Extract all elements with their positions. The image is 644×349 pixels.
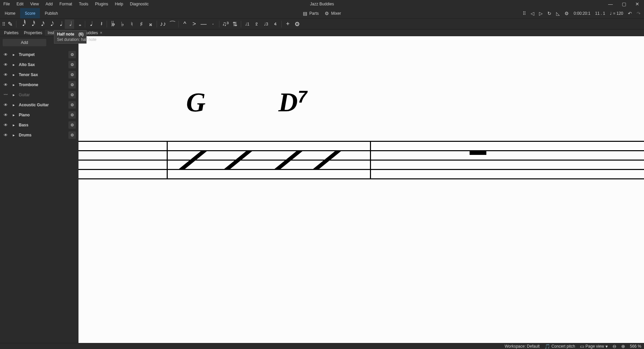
visibility-toggle[interactable]: 👁	[3, 123, 9, 127]
whole-rest[interactable]	[470, 151, 486, 155]
instrument-settings[interactable]: ⚙	[68, 71, 76, 78]
articulation-staccato[interactable]: ·	[208, 19, 218, 29]
visibility-toggle[interactable]: 👁	[3, 103, 9, 107]
window-minimize[interactable]: ―	[604, 0, 617, 8]
instrument-settings[interactable]: ⚙	[68, 111, 76, 119]
flip-direction[interactable]: ⇅	[230, 19, 239, 29]
instrument-settings[interactable]: ⚙	[68, 131, 76, 139]
instrument-settings[interactable]: ⚙	[68, 91, 76, 99]
expand-icon[interactable]: ▸	[12, 82, 15, 87]
accidental-natural[interactable]: ♮	[127, 19, 137, 29]
instrument-row[interactable]: 👁 ▸ Bass ⚙	[3, 120, 76, 130]
score-canvas[interactable]: GD7	[78, 36, 644, 343]
expand-icon[interactable]: ▸	[12, 103, 15, 107]
redo-button[interactable]: ↷	[637, 11, 641, 16]
visibility-toggle[interactable]: 👁	[3, 72, 9, 77]
instrument-settings[interactable]: ⚙	[68, 121, 76, 129]
duration-8th[interactable]: 𝅘𝅥𝅮	[46, 19, 55, 29]
visibility-toggle[interactable]: 〰	[3, 93, 9, 97]
panel-tab-palettes[interactable]: Palettes	[1, 30, 21, 36]
zoom-in-button[interactable]: ⊕	[621, 344, 625, 349]
voice-1[interactable]: ♩1	[243, 19, 252, 29]
zoom-level[interactable]: 566 %	[630, 344, 641, 349]
voice-3[interactable]: ♩3	[261, 19, 271, 29]
visibility-toggle[interactable]: 👁	[3, 113, 9, 117]
slash-note[interactable]	[317, 151, 337, 169]
articulation-accent[interactable]: >	[190, 19, 199, 29]
window-maximize[interactable]: ▢	[617, 0, 631, 8]
toolbar-settings[interactable]: ⚙	[292, 19, 302, 29]
voice-4[interactable]: 𝄾4	[271, 19, 280, 29]
menu-diagnostic[interactable]: Diagnostic	[126, 0, 152, 8]
duration-16th[interactable]: 𝅘𝅥𝅯	[37, 19, 46, 29]
expand-icon[interactable]: ▸	[12, 113, 15, 117]
loop-button[interactable]: ↻	[547, 11, 551, 16]
instrument-settings[interactable]: ⚙	[68, 61, 76, 68]
expand-icon[interactable]: ▸	[12, 72, 15, 77]
workspace-selector[interactable]: Workspace: Default	[504, 344, 540, 349]
visibility-toggle[interactable]: 👁	[3, 82, 9, 87]
slash-note[interactable]	[278, 151, 299, 169]
duration-whole[interactable]: 𝅝	[74, 19, 84, 29]
expand-icon[interactable]: ▸	[12, 62, 15, 67]
undo-button[interactable]: ↶	[628, 11, 632, 16]
duration-half[interactable]: 𝅗𝅥	[65, 19, 74, 29]
parts-button[interactable]: ▤ Parts	[303, 11, 319, 16]
playback-settings-button[interactable]: ⚙	[565, 11, 569, 16]
visibility-toggle[interactable]: 👁	[3, 133, 9, 137]
articulation-tenuto[interactable]: ―	[199, 19, 208, 29]
instrument-row[interactable]: 👁 ▸ Acoustic Guitar ⚙	[3, 100, 76, 110]
visibility-toggle[interactable]: 👁	[3, 52, 9, 57]
note-input-toggle[interactable]: ✎	[5, 19, 15, 29]
menu-plugins[interactable]: Plugins	[92, 0, 111, 8]
duration-32nd[interactable]: 𝅘𝅥𝅰	[27, 19, 37, 29]
tab-publish[interactable]: Publish	[40, 8, 62, 18]
menu-add[interactable]: Add	[42, 0, 56, 8]
chord-symbol[interactable]: D7	[278, 87, 307, 118]
rest-toggle[interactable]: 𝄽	[96, 19, 105, 29]
articulation-marcato[interactable]: ^	[180, 19, 190, 29]
menu-tools[interactable]: Tools	[75, 0, 92, 8]
instrument-row[interactable]: 👁 ▸ Alto Sax ⚙	[3, 60, 76, 70]
expand-icon[interactable]: ▸	[12, 93, 15, 97]
instrument-row[interactable]: 〰 ▸ Guitar ⚙	[3, 90, 76, 100]
instrument-settings[interactable]: ⚙	[68, 101, 76, 109]
metronome-button[interactable]: ◺	[556, 11, 560, 16]
tie-button[interactable]: ♪♪	[158, 19, 168, 29]
drag-handle-icon[interactable]: ⠿	[523, 11, 526, 16]
concert-pitch-toggle[interactable]: 🎵 Concert pitch	[544, 344, 575, 349]
tuplet-button[interactable]: ♫³	[221, 19, 230, 29]
slash-note[interactable]	[183, 151, 203, 169]
zoom-out-button[interactable]: ⊖	[612, 344, 616, 349]
menu-help[interactable]: Help	[112, 0, 127, 8]
accidental-double-sharp[interactable]: 𝄪	[146, 19, 155, 29]
visibility-toggle[interactable]: 👁	[3, 62, 9, 67]
expand-icon[interactable]: ▸	[12, 52, 15, 57]
accidental-sharp[interactable]: ♯	[137, 19, 146, 29]
menu-edit[interactable]: Edit	[13, 0, 27, 8]
tab-score[interactable]: Score	[20, 8, 40, 18]
augmentation-dot[interactable]: 𝅘𝅥.	[87, 19, 96, 29]
panel-tab-properties[interactable]: Properties	[21, 30, 45, 36]
toolbar-handle-icon[interactable]: ⠿	[2, 21, 5, 27]
instrument-row[interactable]: 👁 ▸ Trombone ⚙	[3, 80, 76, 90]
slash-note[interactable]	[228, 151, 248, 169]
instrument-row[interactable]: 👁 ▸ Trumpet ⚙	[3, 50, 76, 60]
voice-2[interactable]: 𝄾2	[252, 19, 261, 29]
window-close[interactable]: ✕	[631, 0, 644, 8]
slur-button[interactable]: ⁀	[168, 19, 177, 29]
play-button[interactable]: ▷	[539, 11, 543, 16]
duration-quarter[interactable]: 𝅘𝅥	[55, 19, 65, 29]
add-instrument-button[interactable]: Add	[3, 39, 46, 46]
duration-64th[interactable]: 𝅘𝅥𝅱	[18, 19, 27, 29]
instrument-row[interactable]: 👁 ▸ Drums ⚙	[3, 130, 76, 140]
instrument-row[interactable]: 👁 ▸ Piano ⚙	[3, 110, 76, 120]
page-view-toggle[interactable]: ▭ Page view ▾	[580, 344, 608, 349]
instrument-settings[interactable]: ⚙	[68, 81, 76, 89]
menu-file[interactable]: File	[0, 0, 13, 8]
accidental-flat[interactable]: ♭	[118, 19, 127, 29]
menu-format[interactable]: Format	[56, 0, 75, 8]
instrument-settings[interactable]: ⚙	[68, 51, 76, 58]
chord-symbol[interactable]: G	[186, 87, 206, 118]
mixer-button[interactable]: ⚙ Mixer	[325, 11, 341, 16]
